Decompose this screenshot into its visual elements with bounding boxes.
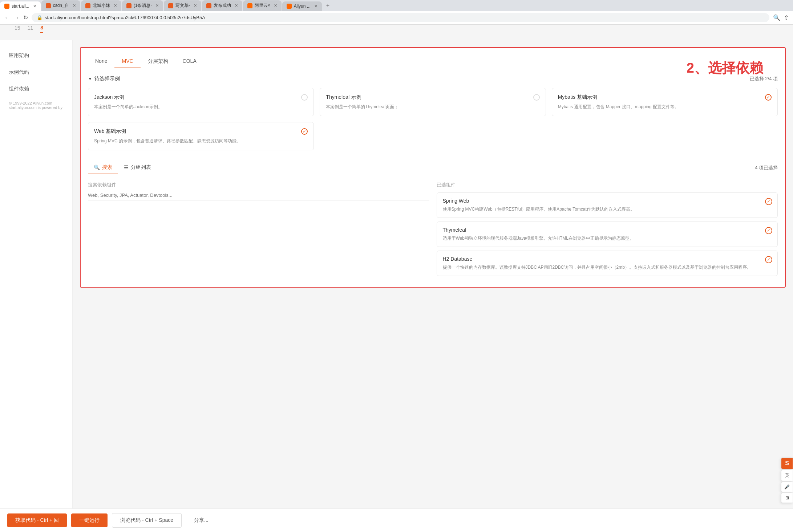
- tab-favicon-1: [46, 3, 51, 8]
- arch-tab-none[interactable]: None: [88, 55, 114, 68]
- new-tab-button[interactable]: +: [323, 0, 333, 11]
- tab-1[interactable]: csdn_自 ✕: [41, 0, 80, 11]
- example-card-1-desc: 本案例是一个简单的Thymeleaf页面；: [326, 103, 539, 110]
- tab-close-6[interactable]: ✕: [274, 3, 277, 8]
- get-code-button[interactable]: 获取代码 - Ctrl + 回: [7, 513, 67, 527]
- tab-favicon: [4, 4, 9, 9]
- example-card-2-radio[interactable]: [765, 94, 772, 101]
- s-button[interactable]: S: [781, 458, 793, 469]
- back-button[interactable]: ←: [4, 15, 10, 21]
- url-box[interactable]: 🔒 start.aliyun.com/bootstrap.html?spm=a2…: [32, 13, 769, 22]
- floating-buttons: S 英 🎤 ⊞: [781, 458, 793, 503]
- search-icon[interactable]: 🔍: [773, 14, 780, 21]
- dep-selected-item-0-check[interactable]: ✓: [765, 198, 772, 205]
- example-count: 已选择 2/4 项: [750, 76, 778, 82]
- tab-close-button[interactable]: ✕: [33, 4, 36, 9]
- dep-selected-item-2-desc: 提供一个快速的内存数据库。该数据库支持JDBC API和R2DBC访问，并且占用…: [443, 264, 772, 271]
- reload-button[interactable]: ↻: [23, 14, 28, 21]
- example-cards-grid: Jackson 示例 本案例是一个简单的Jackson示例。 Thymeleaf…: [88, 88, 778, 150]
- page-layout: 应用架构 示例代码 组件依赖 © 1999-2022 Aliyun.com st…: [0, 40, 793, 528]
- tab-close-5[interactable]: ✕: [235, 3, 238, 8]
- example-card-1-title: Thymeleaf 示例: [326, 94, 539, 101]
- tab-3[interactable]: (1条消息· ✕: [122, 0, 163, 11]
- tab-2[interactable]: 北城小妹 ✕: [81, 0, 121, 11]
- arch-tab-mvc[interactable]: MVC: [114, 55, 140, 68]
- step-15[interactable]: 15: [15, 25, 20, 32]
- tab-close-2[interactable]: ✕: [114, 3, 117, 8]
- tab-5[interactable]: 发布成功 ✕: [202, 0, 242, 11]
- url-text: start.aliyun.com/bootstrap.html?spm=a2ck…: [45, 15, 205, 20]
- tab-6[interactable]: 阿里云× ✕: [243, 0, 282, 11]
- dep-selected-item-0[interactable]: Spring Web 使用Spring MVC构建Web（包括RESTful）应…: [437, 192, 778, 218]
- tab-close-1[interactable]: ✕: [73, 3, 76, 8]
- sidebar-item-deps[interactable]: 组件依赖: [0, 81, 72, 97]
- tab-favicon-4: [168, 3, 173, 8]
- lock-icon: 🔒: [37, 15, 43, 20]
- chevron-down-icon: ▼: [88, 76, 92, 81]
- tab-label-7: Aliyun ...: [294, 4, 311, 9]
- example-card-2[interactable]: Mybatis 基础示例 Mybatis 通用配置，包含 Mapper 接口、m…: [552, 88, 778, 116]
- dep-tab-list-label: 分组列表: [131, 164, 151, 171]
- tab-7[interactable]: Aliyun ... ✕: [282, 1, 322, 11]
- arch-tabs: None MVC 分层架构 COLA: [88, 55, 778, 68]
- forward-button[interactable]: →: [14, 15, 20, 21]
- tab-active[interactable]: start.ali... ✕: [0, 1, 41, 11]
- share-button[interactable]: 分享...: [186, 513, 217, 527]
- example-card-1-radio[interactable]: [533, 94, 540, 101]
- tab-favicon-6: [247, 3, 252, 8]
- dep-tab-list[interactable]: ☰ 分组列表: [118, 161, 157, 174]
- search-icon: 🔍: [94, 165, 100, 170]
- dep-selected-item-1[interactable]: Thymeleaf 适用于Web和独立环境的现代服务器端Java模板引擎。允许H…: [437, 222, 778, 247]
- footer-line1: © 1999-2022 Aliyun.com: [9, 101, 64, 105]
- sidebar-item-example[interactable]: 示例代码: [0, 64, 72, 81]
- dep-search-label: 搜索依赖组件: [88, 182, 429, 188]
- arch-tab-cola[interactable]: COLA: [175, 55, 204, 68]
- grid-button[interactable]: ⊞: [781, 493, 793, 503]
- tab-bar: start.ali... ✕ csdn_自 ✕ 北城小妹 ✕ (1条消息· ✕ …: [0, 0, 793, 11]
- one-click-run-button[interactable]: 一键运行: [71, 513, 108, 527]
- dep-count: 4 项已选择: [755, 165, 778, 171]
- dep-selected-item-2-title: H2 Database: [443, 256, 772, 262]
- sidebar: 应用架构 示例代码 组件依赖 © 1999-2022 Aliyun.com st…: [0, 40, 73, 528]
- step-8[interactable]: 8: [40, 25, 43, 33]
- dep-layout: 搜索依赖组件 已选组件 Spring Web 使用Spring MVC构建Web…: [88, 182, 778, 280]
- tab-close-4[interactable]: ✕: [194, 3, 197, 8]
- dep-search-input[interactable]: [88, 190, 429, 200]
- action-bar: 获取代码 - Ctrl + 回 一键运行 浏览代码 - Ctrl + Space…: [0, 508, 793, 532]
- dep-tabs-left: 🔍 搜索 ☰ 分组列表: [88, 161, 157, 174]
- tab-favicon-5: [206, 3, 211, 8]
- share-icon[interactable]: ⇧: [784, 14, 789, 21]
- example-card-3[interactable]: Web 基础示例 Spring MVC 的示例，包含普通请求、路径参数匹配、静态…: [88, 122, 314, 150]
- tab-favicon-7: [287, 4, 292, 9]
- example-card-0-desc: 本案例是一个简单的Jackson示例。: [94, 103, 308, 110]
- sidebar-item-arch[interactable]: 应用架构: [0, 47, 72, 64]
- dep-tab-search-label: 搜索: [102, 164, 112, 171]
- tab-label-2: 北城小妹: [93, 3, 110, 9]
- tab-favicon-2: [85, 3, 90, 8]
- main-box: 2、选择依赖 None MVC 分层架构 COLA ▼ 待选择示例 已选择 2/…: [80, 47, 786, 288]
- tab-close-3[interactable]: ✕: [155, 3, 159, 8]
- tab-label-4: 写文草-: [175, 3, 190, 9]
- arch-tab-layered[interactable]: 分层架构: [141, 55, 175, 68]
- tab-4[interactable]: 写文草- ✕: [164, 0, 201, 11]
- dep-selected-item-2[interactable]: H2 Database 提供一个快速的内存数据库。该数据库支持JDBC API和…: [437, 251, 778, 276]
- tab-label-1: csdn_自: [53, 3, 69, 9]
- dep-selected-item-1-check[interactable]: ✓: [765, 227, 772, 234]
- dep-selected-item-0-title: Spring Web: [443, 198, 772, 204]
- mic-button[interactable]: 🎤: [781, 482, 793, 492]
- example-title-text: 待选择示例: [94, 76, 120, 82]
- sidebar-footer: © 1999-2022 Aliyun.com start.aliyun.com …: [0, 97, 72, 113]
- dep-selected-item-0-desc: 使用Spring MVC构建Web（包括RESTful）应用程序。使用Apach…: [443, 206, 772, 212]
- dep-selected-column: 已选组件 Spring Web 使用Spring MVC构建Web（包括REST…: [437, 182, 778, 280]
- browse-code-button[interactable]: 浏览代码 - Ctrl + Space: [112, 513, 182, 528]
- step-numbers: 15 11 8: [0, 25, 793, 33]
- step-11[interactable]: 11: [28, 25, 33, 32]
- dep-selected-item-2-check[interactable]: ✓: [765, 256, 772, 263]
- eng-button[interactable]: 英: [781, 470, 793, 481]
- example-card-0[interactable]: Jackson 示例 本案例是一个简单的Jackson示例。: [88, 88, 314, 116]
- example-card-1[interactable]: Thymeleaf 示例 本案例是一个简单的Thymeleaf页面；: [320, 88, 546, 116]
- tab-close-7[interactable]: ✕: [314, 4, 317, 9]
- example-card-0-title: Jackson 示例: [94, 94, 308, 101]
- dep-tab-search[interactable]: 🔍 搜索: [88, 161, 118, 174]
- example-section-title[interactable]: ▼ 待选择示例: [88, 76, 120, 82]
